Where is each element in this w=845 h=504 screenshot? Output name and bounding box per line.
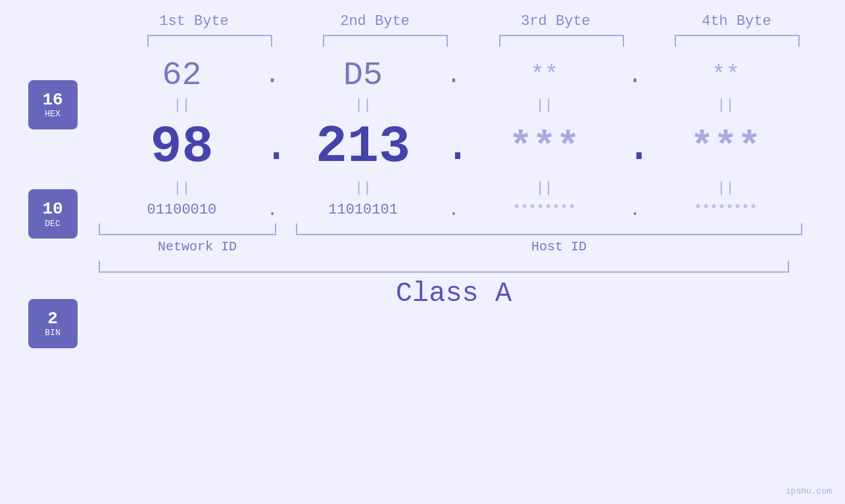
bracket-bottom-network — [99, 223, 276, 235]
bracket-top-4 — [675, 35, 800, 47]
bin-cell-3: ******** — [472, 202, 617, 218]
equals-row-2: || || || || — [92, 177, 815, 200]
bracket-bottom-host — [296, 223, 802, 235]
bracket-top-2 — [323, 35, 448, 47]
dec-val-2: 213 — [316, 117, 410, 177]
hex-val-3: ** — [530, 62, 558, 89]
eq2-4: || — [653, 180, 798, 196]
hex-sep-2: . — [444, 61, 464, 89]
bin-val-3: ******** — [513, 202, 576, 218]
eq1-3: || — [472, 97, 617, 114]
byte-header-3: 3rd Byte — [483, 13, 628, 30]
hex-cell-3: ** — [472, 62, 617, 89]
byte-headers: 1st Byte 2nd Byte 3rd Byte 4th Byte — [104, 13, 827, 30]
badges-column: 16 HEX 10 DEC 2 BIN — [0, 50, 92, 378]
bin-cell-2: 11010101 — [291, 202, 435, 218]
dec-val-1: 98 — [150, 117, 213, 177]
badge-bin-num: 2 — [47, 309, 58, 329]
bin-sep-1: . — [262, 200, 282, 220]
host-id-label: Host ID — [302, 239, 815, 254]
hex-cell-4: ** — [653, 62, 798, 89]
hex-val-2: D5 — [343, 57, 383, 94]
hex-val-4: ** — [712, 62, 740, 89]
badge-bin-label: BIN — [45, 328, 60, 338]
badge-dec: 10 DEC — [28, 189, 78, 239]
dec-val-3: *** — [509, 125, 580, 170]
bracket-top-3 — [499, 35, 624, 47]
bin-val-2: 11010101 — [328, 202, 398, 218]
badge-bin: 2 BIN — [28, 299, 78, 348]
hex-sep-1: . — [262, 61, 282, 89]
bin-val-4: ******** — [694, 202, 757, 218]
eq2-3: || — [472, 180, 617, 196]
badge-hex-label: HEX — [45, 109, 60, 119]
hex-cell-2: D5 — [291, 57, 435, 94]
dec-cell-3: *** — [472, 125, 617, 170]
dec-cell-1: 98 — [109, 117, 254, 177]
eq1-4: || — [653, 97, 798, 114]
badge-dec-label: DEC — [45, 219, 60, 229]
dec-cell-2: 213 — [291, 117, 435, 177]
equals-row-1: || || || || — [92, 94, 815, 117]
main-container: 1st Byte 2nd Byte 3rd Byte 4th Byte 16 H… — [0, 0, 845, 504]
byte-header-1: 1st Byte — [122, 13, 266, 30]
dec-val-4: *** — [690, 125, 761, 170]
bin-cell-4: ******** — [653, 202, 798, 218]
dec-sep-1: . — [262, 121, 282, 173]
eq1-2: || — [291, 97, 435, 114]
badge-hex-num: 16 — [42, 91, 62, 110]
hex-cell-1: 62 — [109, 57, 254, 94]
full-bottom-bracket — [99, 261, 789, 273]
class-label: Class A — [92, 278, 815, 309]
bottom-brackets — [99, 223, 802, 235]
dec-sep-2: . — [444, 121, 464, 173]
hex-val-1: 62 — [162, 57, 201, 94]
hex-row: 62 . D5 . ** . ** — [92, 57, 815, 94]
watermark: ipshu.com — [786, 486, 832, 496]
byte-header-2: 2nd Byte — [302, 13, 447, 30]
dec-cell-4: *** — [653, 125, 798, 170]
eq2-2: || — [291, 180, 435, 196]
eq2-1: || — [109, 180, 254, 196]
data-rows: 62 . D5 . ** . ** || || — [92, 50, 845, 309]
byte-header-4: 4th Byte — [664, 13, 809, 30]
bin-cell-1: 01100010 — [109, 202, 254, 218]
bin-sep-2: . — [444, 200, 464, 220]
bin-val-1: 01100010 — [147, 202, 217, 218]
top-brackets — [122, 35, 825, 47]
dec-sep-3: . — [625, 121, 645, 173]
bin-row: 01100010 . 11010101 . ******** . *******… — [92, 200, 815, 220]
eq1-1: || — [109, 97, 254, 114]
dec-row: 98 . 213 . *** . *** — [92, 117, 815, 177]
network-id-label: Network ID — [99, 239, 296, 254]
badge-hex: 16 HEX — [28, 80, 78, 129]
hex-sep-3: . — [625, 61, 645, 89]
id-labels: Network ID Host ID — [99, 239, 822, 254]
badge-dec-num: 10 — [42, 200, 62, 219]
bin-sep-3: . — [625, 200, 645, 220]
bracket-top-1 — [147, 35, 272, 47]
